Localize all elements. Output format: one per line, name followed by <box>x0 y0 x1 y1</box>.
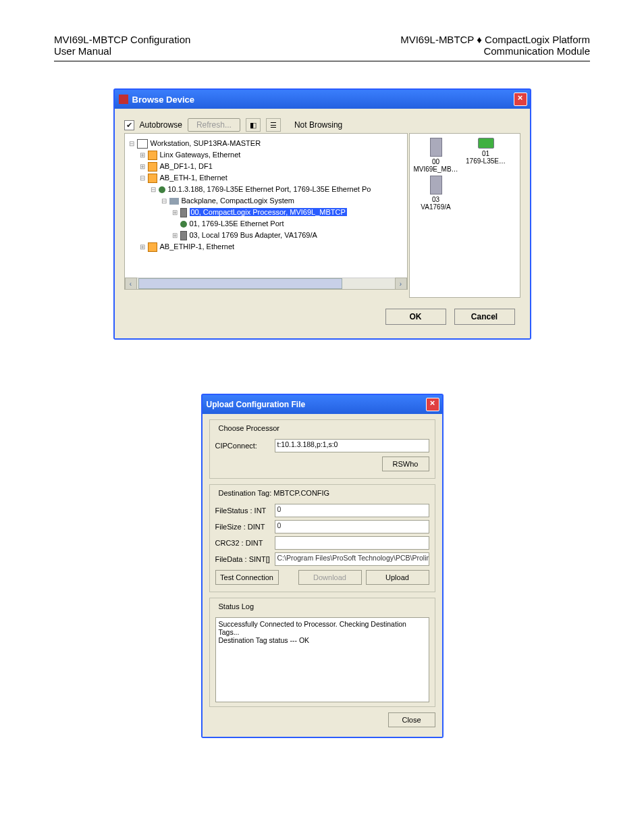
test-connection-button[interactable]: Test Connection <box>215 570 279 585</box>
browse-titlebar[interactable]: Browse Device × <box>115 90 530 109</box>
scroll-left-icon[interactable]: ‹ <box>125 278 137 290</box>
cipconnect-field[interactable]: t:10.1.3.188,p:1,s:0 <box>275 439 429 452</box>
crc32-label: CRC32 : DINT <box>215 539 275 547</box>
destination-tag-group: Destination Tag: MBTCP.CONFIG FileStatus… <box>209 484 435 592</box>
close-icon[interactable]: × <box>426 398 439 411</box>
crc32-value <box>275 536 429 550</box>
header-right-2: Communication Module <box>400 45 590 57</box>
module-icon <box>180 231 187 240</box>
backplane-icon <box>169 198 179 205</box>
tree-node[interactable]: 10.1.3.188, 1769-L35E Ethernet Port, 176… <box>168 185 371 193</box>
filedata-label: FileData : SINT[] <box>215 555 275 563</box>
header-left-1: MVI69L-MBTCP Configuration <box>54 34 190 45</box>
network-icon <box>148 162 157 172</box>
autobrowse-checkbox[interactable]: ✔ <box>124 120 134 130</box>
view-large-icon[interactable]: ◧ <box>246 118 261 132</box>
module-icon <box>430 176 442 194</box>
horizontal-scrollbar[interactable]: ‹ › <box>125 278 407 289</box>
close-icon[interactable]: × <box>514 93 527 106</box>
tree-node[interactable]: Backplane, CompactLogix System <box>182 197 295 205</box>
status-log-group: Status Log Successfully Connected to Pro… <box>209 598 435 707</box>
workstation-icon <box>137 139 148 149</box>
list-item[interactable]: 03VA1769/A <box>412 176 460 211</box>
filesize-label: FileSize : DINT <box>215 523 275 531</box>
log-line: Successfully Connected to Processor. Che… <box>219 620 426 636</box>
list-item[interactable]: 011769-L35E… <box>462 138 510 173</box>
close-button[interactable]: Close <box>388 712 435 727</box>
tree-node[interactable]: 03, Local 1769 Bus Adapter, VA1769/A <box>190 231 317 239</box>
module-icon <box>430 138 442 157</box>
dialog-icon <box>119 95 128 104</box>
cancel-button[interactable]: Cancel <box>454 309 515 325</box>
tree-node[interactable]: Linx Gateways, Ethernet <box>160 151 241 159</box>
scroll-right-icon[interactable]: › <box>395 278 407 290</box>
module-list-panel: 00MVI69E_MB… 011769-L35E… 03VA1769/A <box>409 133 520 298</box>
filestatus-value: 0 <box>275 504 429 517</box>
ok-button[interactable]: OK <box>385 309 446 325</box>
status-log-box: Successfully Connected to Processor. Che… <box>215 617 429 702</box>
log-line: Destination Tag status --- OK <box>219 636 426 644</box>
tree-node[interactable]: 01, 1769-L35E Ethernet Port <box>190 219 284 228</box>
tree-node[interactable]: AB_DF1-1, DF1 <box>160 162 213 170</box>
page-header: MVI69L-MBTCP Configuration User Manual M… <box>54 34 590 61</box>
tree-node-selected[interactable]: 00, CompactLogix Processor, MVI69L_MBTCP <box>190 208 347 216</box>
header-left-2: User Manual <box>54 45 190 57</box>
tree-node[interactable]: Workstation, SUP13RA-MASTER <box>151 139 261 147</box>
module-icon <box>478 138 494 149</box>
refresh-button: Refresh... <box>188 118 240 132</box>
upload-titlebar[interactable]: Upload Configuration File × <box>203 395 442 414</box>
status-log-legend: Status Log <box>217 602 257 610</box>
autobrowse-label: Autobrowse <box>140 120 182 130</box>
browse-dialog: Browse Device × ✔ Autobrowse Refresh... … <box>113 88 531 340</box>
browse-status: Not Browsing <box>294 120 342 130</box>
destination-legend: Destination Tag: MBTCP.CONFIG <box>217 489 332 497</box>
view-list-icon[interactable]: ☰ <box>266 118 281 132</box>
port-icon <box>180 221 187 228</box>
cipconnect-label: CIPConnect: <box>215 442 275 450</box>
upload-dialog: Upload Configuration File × Choose Proce… <box>201 394 444 738</box>
upload-button[interactable]: Upload <box>366 570 429 585</box>
browse-title: Browse Device <box>132 95 195 105</box>
filesize-value: 0 <box>275 520 429 533</box>
choose-processor-legend: Choose Processor <box>217 424 282 432</box>
tree-node[interactable]: AB_ETHIP-1, Ethernet <box>160 242 235 251</box>
device-tree[interactable]: ⊟Workstation, SUP13RA-MASTER ⊞Linx Gatew… <box>124 133 408 290</box>
header-right-1: MVI69L-MBTCP ♦ CompactLogix Platform <box>400 34 590 45</box>
list-item[interactable]: 00MVI69E_MB… <box>412 138 460 173</box>
port-icon <box>159 186 165 193</box>
download-button: Download <box>298 570 362 585</box>
filestatus-label: FileStatus : INT <box>215 506 275 515</box>
scroll-thumb[interactable] <box>138 278 342 289</box>
tree-node[interactable]: AB_ETH-1, Ethernet <box>160 174 227 182</box>
network-icon <box>148 151 157 160</box>
network-icon <box>148 174 157 183</box>
choose-processor-group: Choose Processor CIPConnect: t:10.1.3.18… <box>209 419 435 479</box>
filedata-value: C:\Program Files\ProSoft Technology\PCB\… <box>275 552 429 566</box>
upload-title: Upload Configuration File <box>207 400 306 409</box>
network-icon <box>148 242 157 252</box>
rswho-button[interactable]: RSWho <box>382 457 429 471</box>
module-icon <box>180 208 187 217</box>
